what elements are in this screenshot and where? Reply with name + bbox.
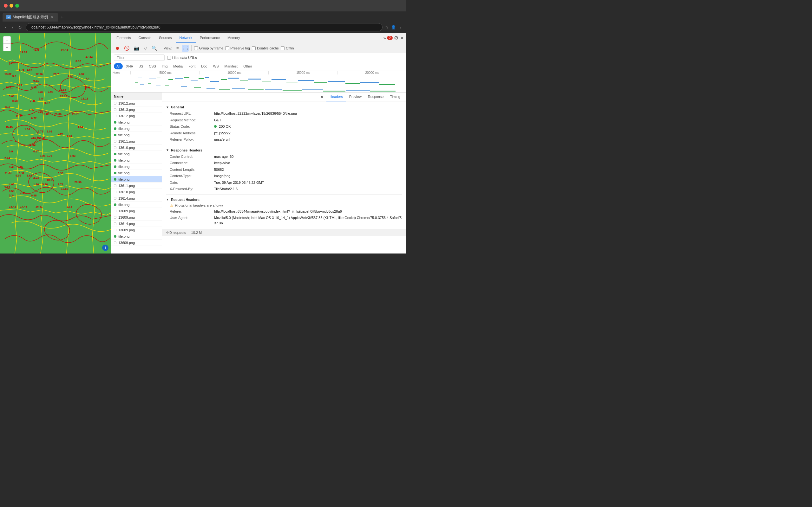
type-filter-xhr[interactable]: XHR [123,63,136,69]
request-list-item[interactable]: 13611.png [111,182,162,189]
tab-performance[interactable]: Performance [196,33,223,43]
list-view-icon[interactable]: ≡ [174,45,181,52]
preserve-log-label: Preserve log [230,46,250,50]
request-list-item[interactable]: tile.png [111,157,162,164]
request-headers-toggle: ▼ [166,198,169,201]
preserve-log-option[interactable]: Preserve log [225,46,250,50]
record-button[interactable]: ⏺ [114,45,121,51]
type-filter-all[interactable]: All [114,63,123,69]
forward-button[interactable]: › [10,24,14,31]
request-name-text: tile.png [118,203,130,207]
type-filter-doc[interactable]: Doc [199,63,210,69]
type-filter-media[interactable]: Media [171,63,185,69]
tab-console[interactable]: Console [135,33,155,43]
type-filter-manifest[interactable]: Manifest [222,63,241,69]
svg-rect-13 [221,79,227,80]
request-list-item[interactable]: 13613.png [111,107,162,113]
detail-tab-timing[interactable]: Timing [387,93,403,101]
disable-cache-option[interactable]: Disable cache [252,46,279,50]
minimize-window-button[interactable] [9,4,13,8]
map-svg [0,33,111,253]
timeline-bars-svg [131,76,397,92]
close-window-button[interactable] [4,4,8,8]
request-list-item[interactable]: 13610.png [111,189,162,195]
request-list-item[interactable]: 13609.png [111,239,162,246]
detail-tab-preview[interactable]: Preview [346,93,365,101]
capture-screenshot-button[interactable]: 📷 [133,45,141,51]
request-list-item[interactable]: 13611.png [111,138,162,145]
request-list-item[interactable]: tile.png [111,119,162,125]
detail-close-button[interactable]: ✕ [320,95,324,100]
tab-network[interactable]: Network [176,33,196,43]
type-filter-css[interactable]: CSS [146,63,159,69]
request-list-item[interactable]: tile.png [111,164,162,170]
group-by-frame-checkbox[interactable] [194,46,198,50]
waterfall-view-icon[interactable]: ⋮⋮ [182,45,189,52]
hide-data-urls-option[interactable]: Hide data URLs [167,56,197,60]
clear-button[interactable]: 🚫 [123,45,131,51]
tab-memory[interactable]: Memory [223,33,244,43]
group-by-frame-option[interactable]: Group by frame [194,46,223,50]
response-headers-section-header[interactable]: ▼ Response Headers [166,147,402,153]
request-list-item[interactable]: 13609.png [111,208,162,214]
request-list-item[interactable]: tile.png [111,176,162,182]
zoom-out-button[interactable]: − [3,44,11,51]
request-list-item[interactable]: tile.png [111,170,162,176]
name-column: Name 13612.png13613.png13612.pngtile.png… [111,93,162,253]
map-info-badge[interactable]: i [102,245,108,251]
request-list-item[interactable]: tile.png [111,202,162,208]
zoom-in-button[interactable]: + [3,36,11,44]
request-list-item[interactable]: 13609.png [111,214,162,221]
offline-checkbox[interactable] [281,46,285,50]
back-button[interactable]: ‹ [4,24,8,31]
filter-toggle-button[interactable]: ▽ [142,45,148,51]
bookmark-icon[interactable]: ☆ [385,25,389,30]
request-list-item[interactable]: 13612.png [111,100,162,107]
type-filter-font[interactable]: Font [186,63,198,69]
request-list-item[interactable]: 13612.png [111,113,162,119]
profile-icon[interactable]: 👤 [391,25,396,30]
maximize-window-button[interactable] [15,4,19,8]
type-filter-other[interactable]: Other [241,63,255,69]
address-bar: ‹ › ↻ ☆ 👤 ⋮ [0,21,406,33]
tab-close-button[interactable]: ✕ [50,15,54,19]
devtools-close-button[interactable]: ✕ [400,35,405,41]
status-dot-green [114,159,116,162]
request-list-item[interactable]: tile.png [111,132,162,138]
search-button[interactable]: 🔍 [150,45,158,51]
active-tab[interactable]: M Mapnik地图服务示例 ✕ [3,13,58,21]
preserve-log-checkbox[interactable] [225,46,229,50]
detail-tab-headers[interactable]: Headers [326,93,346,101]
type-filter-img[interactable]: Img [159,63,170,69]
offline-option[interactable]: Offlin [281,46,294,50]
map-area[interactable]: + − [0,33,111,253]
request-list-item[interactable]: 13614.png [111,221,162,227]
hide-data-urls-checkbox[interactable] [167,56,171,60]
detail-tab-response[interactable]: Response [365,93,387,101]
filter-input[interactable] [114,55,165,61]
menu-icon[interactable]: ⋮ [398,25,402,30]
new-tab-button[interactable]: + [58,14,66,20]
section-divider-1 [166,145,402,145]
reload-button[interactable]: ↻ [17,24,23,31]
tab-sources[interactable]: Sources [155,33,175,43]
request-list-item[interactable]: tile.png [111,151,162,157]
general-section-header[interactable]: ▼ General [166,104,402,110]
tab-elements[interactable]: Elements [113,33,135,43]
request-list-item[interactable]: 13609.png [111,227,162,233]
request-list-item[interactable]: 13614.png [111,195,162,202]
type-filter-js[interactable]: JS [136,63,146,69]
general-section-title: General [171,105,184,109]
timeline-area[interactable]: Name 5000 ms 10000 ms 15000 ms 20000 ms [111,70,406,93]
request-list-item[interactable]: tile.png [111,125,162,132]
svg-rect-14 [228,78,239,78]
request-headers-section-header[interactable]: ▼ Request Headers [166,196,402,203]
address-input[interactable] [26,23,383,32]
disable-cache-checkbox[interactable] [252,46,256,50]
status-dot-empty [114,191,116,193]
more-tabs-icon[interactable]: » [384,36,386,41]
request-list-item[interactable]: 13610.png [111,145,162,151]
request-list-item[interactable]: tile.png [111,233,162,239]
type-filter-ws[interactable]: WS [211,63,221,69]
settings-icon[interactable]: ⚙ [394,35,398,41]
